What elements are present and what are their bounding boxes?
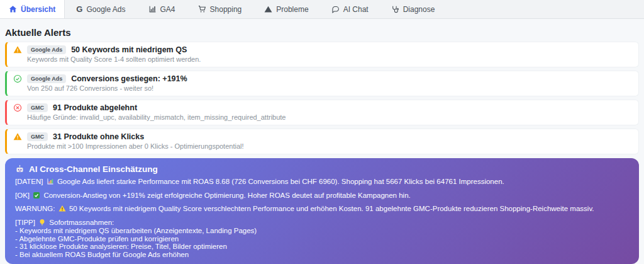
alert-description: Produkte mit >100 Impressionen aber 0 Kl… [27, 142, 632, 150]
tab-probleme[interactable]: Probleme [253, 0, 319, 18]
tab-bar: Übersicht G Google Ads GA4 Shopping Prob… [0, 0, 644, 19]
chat-bubble-icon [331, 5, 340, 13]
alert-source-badge: Google Ads [27, 74, 66, 83]
main-content: Aktuelle Alerts Google Ads 50 Keywords m… [0, 27, 644, 264]
bar-chart-icon [148, 5, 157, 13]
alert-title: 31 Produkte ohne Klicks [53, 132, 144, 141]
alert-title: 50 Keywords mit niedrigem QS [71, 45, 187, 54]
warning-icon [13, 45, 22, 54]
warning-emoji-icon [58, 205, 66, 212]
alert-products-no-clicks[interactable]: GMC 31 Produkte ohne Klicks Produkte mit… [5, 129, 639, 154]
ai-insight-ok: [OK] Conversion-Anstieg von +191% zeigt … [15, 192, 629, 200]
warning-triangle-icon [264, 5, 272, 13]
stethoscope-icon [391, 5, 399, 13]
alert-conversions-up[interactable]: Google Ads Conversions gestiegen: +191% … [5, 71, 639, 96]
tab-label: Google Ads [86, 5, 125, 14]
alert-title: 91 Produkte abgelehnt [53, 103, 137, 112]
alert-title: Conversions gestiegen: +191% [71, 74, 187, 83]
tab-google-ads[interactable]: G Google Ads [65, 0, 136, 18]
ai-panel-title: AI Cross-Channel Einschätzung [29, 164, 158, 174]
alert-description: Häufige Gründe: invalid_upc, availabilit… [27, 113, 632, 121]
tab-label: Übersicht [21, 5, 55, 14]
ai-insight-warnung: WARNUNG: 50 Keywords mit niedrigem Quali… [15, 205, 629, 213]
ai-tip-item: - Bei aktuellem ROAS Budget für Google A… [15, 251, 629, 259]
tab-shopping[interactable]: Shopping [187, 0, 253, 18]
tab-label: Diagnose [403, 5, 435, 14]
success-check-icon [13, 74, 22, 83]
bar-chart-emoji-icon [47, 178, 54, 185]
alert-low-qs-keywords[interactable]: Google Ads 50 Keywords mit niedrigem QS … [5, 42, 639, 67]
light-bulb-emoji-icon [38, 219, 46, 226]
tab-label: Probleme [276, 5, 308, 14]
alert-source-badge: Google Ads [27, 45, 66, 54]
error-x-icon [13, 103, 22, 112]
alert-description: Keywords mit Quality Score 1-4 sollten o… [27, 55, 632, 63]
check-mark-emoji-icon [33, 192, 40, 199]
tab-label: Shopping [210, 5, 242, 14]
ai-tip-item: - Keywords mit niedrigem QS überarbeiten… [15, 227, 629, 235]
ai-insight-daten: [DATEN] Google Ads liefert starke Perfor… [15, 178, 629, 186]
tab-label: GA4 [160, 5, 175, 14]
tab-uebersicht[interactable]: Übersicht [0, 0, 65, 18]
ai-tip-item: - Abgelehnte GMC-Produkte prüfen und kor… [15, 235, 629, 243]
tab-ga4[interactable]: GA4 [137, 0, 187, 18]
alert-source-badge: GMC [27, 132, 48, 141]
ai-insight-tipp: [TIPP] Sofortmassnahmen: [15, 219, 629, 227]
warning-icon [13, 132, 22, 141]
robot-icon [15, 164, 25, 174]
alerts-heading: Aktuelle Alerts [5, 27, 639, 38]
shopping-cart-icon [198, 5, 206, 13]
google-g-icon: G [76, 5, 82, 13]
alert-products-rejected[interactable]: GMC 91 Produkte abgelehnt Häufige Gründe… [5, 100, 639, 125]
ai-tip-item: - 31 klicklose Produkte analysieren: Pre… [15, 243, 629, 251]
alert-source-badge: GMC [27, 103, 48, 112]
home-icon [9, 5, 17, 13]
alert-description: Von 250 auf 726 Conversions - weiter so! [27, 84, 632, 92]
ai-cross-channel-panel: AI Cross-Channel Einschätzung [DATEN] Go… [5, 158, 639, 264]
tab-label: AI Chat [343, 5, 369, 14]
tab-diagnose[interactable]: Diagnose [380, 0, 447, 18]
tab-ai-chat[interactable]: AI Chat [320, 0, 380, 18]
